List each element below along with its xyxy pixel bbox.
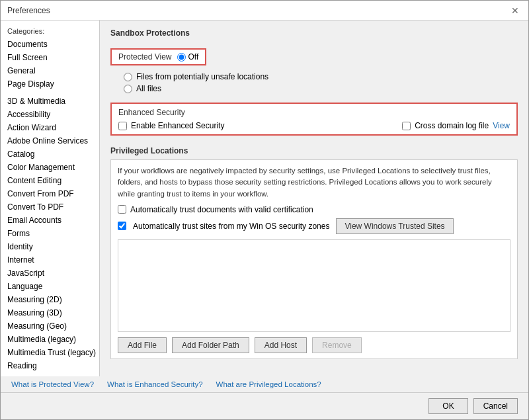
- view-link[interactable]: View: [493, 121, 510, 130]
- auto-trust-cert-row: Automatically trust documents with valid…: [118, 205, 510, 214]
- enable-enhanced-label: Enable Enhanced Security: [118, 121, 224, 130]
- dialog-title: Preferences: [7, 6, 50, 15]
- sidebar-item-measuring-geo[interactable]: Measuring (Geo): [1, 319, 99, 333]
- protected-view-area: Protected View Off Files from potentiall…: [110, 48, 518, 93]
- privileged-locations-link[interactable]: What are Privileged Locations?: [216, 380, 321, 388]
- sidebar-item-general[interactable]: General: [1, 64, 99, 77]
- sidebar-list: DocumentsFull ScreenGeneralPage Display3…: [1, 38, 99, 372]
- privileged-description: If your workflows are negatively impacte…: [118, 165, 510, 200]
- protected-view-options: Files from potentially unsafe locations …: [124, 72, 518, 93]
- categories-label: Categories:: [1, 24, 99, 38]
- sidebar-item-accessibility[interactable]: Accessibility: [1, 108, 99, 121]
- sidebar-item-3d-multimedia[interactable]: 3D & Multimedia: [1, 95, 99, 108]
- cancel-button[interactable]: Cancel: [473, 398, 518, 414]
- auto-trust-cert-label: Automatically trust documents with valid…: [130, 205, 313, 214]
- preferences-dialog: Preferences ✕ Categories: DocumentsFull …: [0, 0, 529, 420]
- close-button[interactable]: ✕: [509, 5, 522, 16]
- sidebar-item-page-display[interactable]: Page Display: [1, 77, 99, 91]
- protected-view-box: Protected View Off: [110, 48, 206, 65]
- sidebar-item-measuring-2d[interactable]: Measuring (2D): [1, 293, 99, 306]
- cross-domain-row: Cross domain log file View: [402, 121, 510, 130]
- remove-btn: Remove: [312, 337, 362, 353]
- sidebar-item-language[interactable]: Language: [1, 280, 99, 293]
- enhanced-security-title: Enhanced Security: [118, 108, 510, 117]
- sidebar-item-content-editing[interactable]: Content Editing: [1, 174, 99, 187]
- sidebar-item-action-wizard[interactable]: Action Wizard: [1, 121, 99, 134]
- title-bar: Preferences ✕: [1, 1, 528, 21]
- sidebar: Categories: DocumentsFull ScreenGeneralP…: [1, 21, 100, 376]
- sandbox-section-title: Sandbox Protections: [110, 28, 518, 38]
- main-content: Sandbox Protections Protected View Off F…: [100, 21, 528, 376]
- pv-off-label: Off: [188, 52, 199, 62]
- sidebar-item-forms[interactable]: Forms: [1, 227, 99, 240]
- sidebar-item-adobe-online-services[interactable]: Adobe Online Services: [1, 134, 99, 147]
- sidebar-item-documents[interactable]: Documents: [1, 38, 99, 51]
- sidebar-item-javascript[interactable]: JavaScript: [1, 267, 99, 280]
- protected-view-link[interactable]: What is Protected View?: [11, 380, 94, 388]
- sidebar-item-measuring-3d[interactable]: Measuring (3D): [1, 306, 99, 319]
- add-remove-buttons: Add File Add Folder Path Add Host Remove: [118, 337, 510, 353]
- enable-enhanced-checkbox[interactable]: [118, 122, 127, 130]
- footer-links: What is Protected View?What is Enhanced …: [1, 376, 528, 392]
- pv-unsafe-label: Files from potentially unsafe locations: [136, 72, 268, 81]
- sidebar-item-catalog[interactable]: Catalog: [1, 147, 99, 161]
- sidebar-item-email-accounts[interactable]: Email Accounts: [1, 214, 99, 227]
- privileged-title: Privileged Locations: [110, 146, 518, 155]
- enhanced-security-row: Enable Enhanced Security Cross domain lo…: [118, 121, 510, 130]
- enhanced-security-box: Enhanced Security Enable Enhanced Securi…: [110, 103, 518, 136]
- enhanced-security-link[interactable]: What is Enhanced Security?: [107, 380, 202, 388]
- dialog-body: Categories: DocumentsFull ScreenGeneralP…: [1, 21, 528, 376]
- view-windows-trusted-btn[interactable]: View Windows Trusted Sites: [336, 218, 453, 234]
- ok-button[interactable]: OK: [428, 398, 468, 414]
- cross-domain-label: Cross domain log file: [415, 121, 489, 130]
- sidebar-item-color-management[interactable]: Color Management: [1, 161, 99, 174]
- add-host-btn[interactable]: Add Host: [255, 337, 307, 353]
- pv-all-label: All files: [136, 84, 161, 93]
- sidebar-item-identity[interactable]: Identity: [1, 240, 99, 253]
- pv-all-radio[interactable]: [124, 85, 132, 93]
- auto-trust-sites-checkbox[interactable]: [118, 222, 126, 230]
- sidebar-item-multimedia-legacy[interactable]: Multimedia (legacy): [1, 333, 99, 346]
- privileged-list-area: [118, 239, 510, 332]
- pv-unsafe-option: Files from potentially unsafe locations: [124, 72, 518, 81]
- sidebar-item-convert-to-pdf[interactable]: Convert To PDF: [1, 200, 99, 214]
- sidebar-item-convert-from-pdf[interactable]: Convert From PDF: [1, 187, 99, 200]
- sidebar-item-full-screen[interactable]: Full Screen: [1, 51, 99, 64]
- auto-trust-cert-checkbox[interactable]: [118, 205, 126, 214]
- sidebar-item-internet[interactable]: Internet: [1, 253, 99, 267]
- privileged-box: If your workflows are negatively impacte…: [110, 159, 518, 359]
- pv-all-option: All files: [124, 84, 518, 93]
- pv-unsafe-radio[interactable]: [124, 73, 132, 81]
- protected-view-label: Protected View: [118, 52, 172, 62]
- dialog-footer: OK Cancel: [1, 392, 528, 419]
- privileged-section: Privileged Locations If your workflows a…: [110, 146, 518, 359]
- enable-enhanced-text: Enable Enhanced Security: [131, 121, 224, 130]
- protected-view-off-group: Off: [177, 52, 199, 62]
- sidebar-item-multimedia-trust-legacy[interactable]: Multimedia Trust (legacy): [1, 346, 99, 359]
- pv-off-radio[interactable]: [177, 53, 186, 62]
- cross-domain-checkbox[interactable]: [402, 122, 411, 130]
- sidebar-item-reading[interactable]: Reading: [1, 359, 99, 372]
- auto-trust-sites-label: Automatically trust sites from my Win OS…: [133, 222, 329, 231]
- add-folder-btn[interactable]: Add Folder Path: [172, 337, 249, 353]
- auto-trust-sites-row: Automatically trust sites from my Win OS…: [118, 218, 510, 234]
- add-file-btn[interactable]: Add File: [118, 337, 167, 353]
